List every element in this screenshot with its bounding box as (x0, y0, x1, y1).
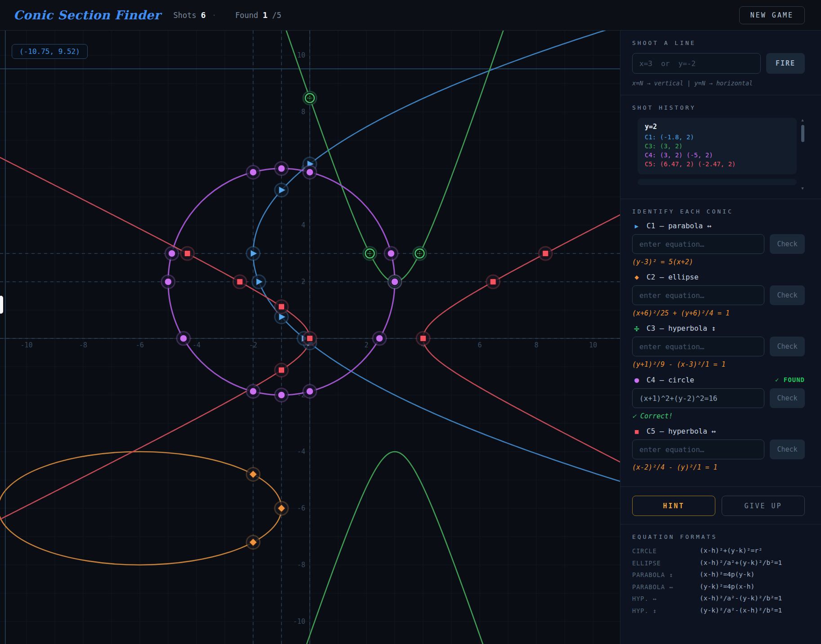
conic-label: C2 — ellipse (647, 273, 699, 281)
equation-input-c1[interactable] (632, 234, 764, 254)
hyperbola-h-marker-icon: ■ (632, 428, 641, 435)
svg-text:-4: -4 (192, 341, 201, 349)
found-value: 1 (263, 10, 268, 20)
header-separator-dot: · (212, 11, 216, 19)
check-button-c2[interactable]: Check (770, 285, 805, 305)
conic-entry-c2: ◆ C2 — ellipse Check (x+6)²/25 + (y+6)²/… (632, 273, 805, 317)
new-game-button[interactable]: NEW GAME (739, 6, 805, 24)
conic-label: C1 — parabola ↔ (647, 222, 712, 230)
circle-marker-icon: ● (632, 375, 641, 384)
parabola-marker-icon: ▶ (632, 222, 641, 230)
svg-text:6: 6 (477, 341, 482, 349)
svg-text:-6: -6 (136, 341, 144, 349)
found-badge: ✓ FOUND (775, 376, 805, 383)
identify-section-header: IDENTIFY EACH CONIC (632, 208, 805, 215)
shoot-section-header: SHOOT A LINE (632, 40, 805, 46)
shot-syntax-hint: x=N → vertical | y=N → horizontal (632, 80, 805, 87)
svg-text:-6: -6 (297, 504, 305, 512)
conic-label: C4 — circle (647, 376, 694, 384)
format-row: HYP. ↔(x-h)²/a²-(y-k)²/b²=1 (632, 595, 805, 602)
shot-history-section: SHOT HISTORY y=2 C1: (-1.8, 2)C3: (3, 2)… (620, 95, 821, 199)
svg-text:-10: -10 (293, 617, 305, 626)
shots-counter: Shots 6 (173, 10, 205, 20)
shots-value: 6 (201, 10, 206, 20)
svg-text:4: 4 (301, 221, 305, 229)
equation-input-c4[interactable] (632, 388, 764, 408)
fire-button[interactable]: FIRE (766, 53, 805, 74)
format-row: PARABOLA ↔(y-k)²=4p(x-h) (632, 583, 805, 591)
format-row: PARABOLA ↕(x-h)²=4p(y-k) (632, 571, 805, 578)
conic-entry-c4: ● C4 — circle ✓ FOUND Check ✓ Correct! (632, 375, 805, 420)
found-total: /5 (272, 11, 281, 20)
check-button-c1[interactable]: Check (770, 234, 805, 254)
correct-feedback: ✓ Correct! (632, 412, 805, 420)
history-card-partial (638, 179, 797, 185)
history-hit-line: C5: (6.47, 2) (-2.47, 2) (645, 160, 790, 169)
sidebar: SHOOT A LINE FIRE x=N → vertical | y=N →… (620, 31, 821, 644)
found-label: Found (235, 11, 258, 20)
check-button-c3[interactable]: Check (770, 337, 805, 356)
app-header: Conic Section Finder Shots 6 · Found 1 /… (0, 0, 821, 31)
scrollbar-thumb[interactable] (801, 125, 804, 142)
equation-hint-c1: (y-3)² = 5(x+2) (632, 258, 805, 266)
format-row: ELLIPSE(x-h)²/a²+(y-k)²/b²=1 (632, 559, 805, 567)
shots-label: Shots (173, 11, 196, 20)
equation-hint-c2: (x+6)²/25 + (y+6)²/4 = 1 (632, 309, 805, 317)
conic-plot-svg[interactable]: -10-10-8-8-6-6-4-4-2-2224466881010 (0, 31, 620, 644)
check-button-c4[interactable]: Check (770, 388, 805, 408)
conic-entry-c1: ▶ C1 — parabola ↔ Check (y-3)² = 5(x+2) (632, 222, 805, 266)
svg-text:-8: -8 (79, 341, 87, 349)
equation-hint-c3: (y+1)²/9 - (x-3)²/1 = 1 (632, 360, 805, 369)
history-hit-lines: C1: (-1.8, 2)C3: (3, 2)C4: (3, 2) (-5, 2… (645, 133, 790, 169)
format-row: HYP. ↕(y-k)²/a²-(x-h)²/b²=1 (632, 607, 805, 614)
svg-text:-10: -10 (20, 341, 32, 349)
history-card: y=2 C1: (-1.8, 2)C3: (3, 2)C4: (3, 2) (-… (638, 118, 797, 174)
history-section-header: SHOT HISTORY (632, 104, 805, 111)
history-scrollbar[interactable]: ▲ ▼ (800, 118, 805, 191)
history-scroll-area[interactable]: y=2 C1: (-1.8, 2)C3: (3, 2)C4: (3, 2) (-… (632, 118, 805, 191)
conic-label: C5 — hyperbola ↔ (647, 427, 716, 435)
give-up-button[interactable]: GIVE UP (722, 496, 805, 516)
formats-section-header: EQUATION FORMATS (632, 533, 805, 540)
equation-hint-c5: (x-2)²/4 - (y)²/1 = 1 (632, 463, 805, 471)
svg-text:10: 10 (297, 51, 305, 59)
check-button-c5[interactable]: Check (770, 440, 805, 459)
conic-entry-c5: ■ C5 — hyperbola ↔ Check (x-2)²/4 - (y)²… (632, 427, 805, 471)
conic-entry-c3: ÷ C3 — hyperbola ↕ Check (y+1)²/9 - (x-3… (632, 324, 805, 369)
format-row: CIRCLE(x-h)²+(y-k)²=r² (632, 547, 805, 555)
edge-cursor-pill (0, 296, 3, 314)
history-shot-title: y=2 (645, 123, 790, 131)
svg-text:-8: -8 (297, 561, 305, 569)
cursor-coordinates-badge: (-10.75, 9.52) (12, 44, 88, 59)
shoot-a-line-section: SHOOT A LINE FIRE x=N → vertical | y=N →… (620, 31, 821, 95)
equation-input-c3[interactable] (632, 337, 764, 356)
svg-text:-4: -4 (297, 448, 305, 456)
history-hit-line: C4: (3, 2) (-5, 2) (645, 151, 790, 160)
ellipse-marker-icon: ◆ (632, 273, 641, 281)
actions-section: HINT GIVE UP (620, 486, 821, 524)
history-hit-line: C3: (3, 2) (645, 142, 790, 151)
format-rows: CIRCLE(x-h)²+(y-k)²=r²ELLIPSE(x-h)²/a²+(… (632, 547, 805, 614)
hyperbola-v-marker-icon: ÷ (632, 325, 641, 332)
scroll-up-icon[interactable]: ▲ (801, 118, 803, 122)
shot-equation-input[interactable] (632, 53, 761, 74)
equation-input-c5[interactable] (632, 440, 764, 459)
hint-button[interactable]: HINT (632, 496, 715, 516)
equation-formats-section: EQUATION FORMATS CIRCLE(x-h)²+(y-k)²=r²E… (620, 524, 821, 626)
found-counter: Found 1 /5 (235, 10, 281, 20)
equation-input-c2[interactable] (632, 285, 764, 305)
svg-text:10: 10 (589, 341, 597, 349)
app-title: Conic Section Finder (13, 8, 161, 22)
history-hit-line: C1: (-1.8, 2) (645, 133, 790, 142)
graph-canvas[interactable]: -10-10-8-8-6-6-4-4-2-2224466881010 (-10.… (0, 31, 620, 644)
conic-label: C3 — hyperbola ↕ (647, 324, 716, 333)
scroll-down-icon[interactable]: ▼ (801, 186, 803, 191)
identify-conics-section: IDENTIFY EACH CONIC ▶ C1 — parabola ↔ Ch… (620, 199, 821, 486)
svg-text:8: 8 (534, 341, 538, 349)
svg-text:2: 2 (364, 341, 368, 349)
svg-text:8: 8 (301, 108, 305, 116)
